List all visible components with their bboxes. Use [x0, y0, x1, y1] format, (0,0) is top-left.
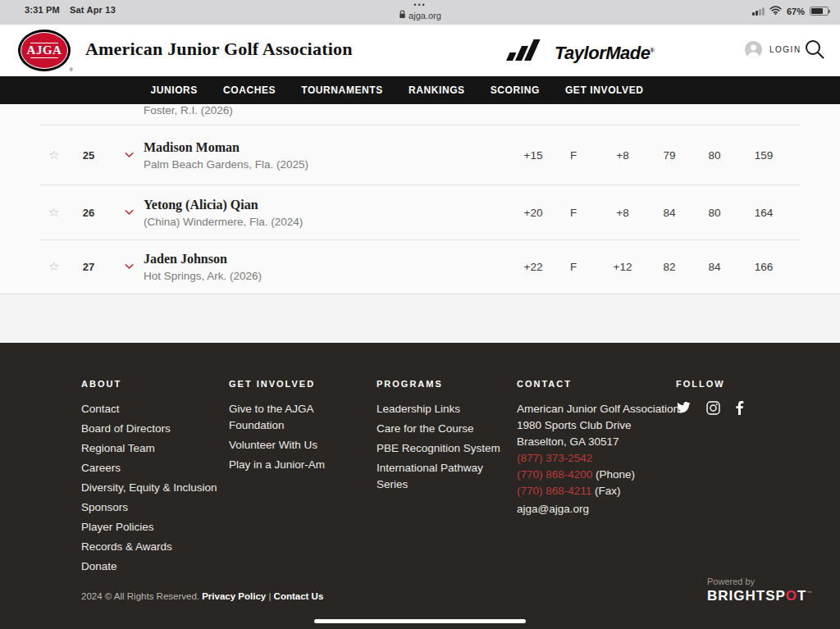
thru-cell: F: [570, 148, 577, 161]
contact-us-link[interactable]: Contact Us: [274, 591, 324, 601]
favorite-star-icon[interactable]: ☆: [48, 148, 59, 162]
player-location: Foster, R.I. (2026): [144, 104, 233, 116]
footer-link-board[interactable]: Board of Directors: [81, 421, 221, 437]
taylormade-reg: ®: [650, 48, 654, 53]
footer-link-dei[interactable]: Diversity, Equity & Inclusion: [81, 480, 221, 496]
table-row[interactable]: ☆ 25 Madison Moman Palm Beach Gardens, F…: [0, 125, 840, 185]
phone-suffix: (Phone): [592, 468, 635, 481]
footer-col-get-involved: GET INVOLVED Give to the AJGA Foundation…: [229, 379, 344, 476]
footer-link-care-course[interactable]: Care for the Course: [377, 421, 512, 437]
nav-scoring[interactable]: SCORING: [491, 84, 540, 96]
footer-link-pbe[interactable]: PBE Recognition System: [377, 440, 512, 457]
search-icon[interactable]: [804, 39, 825, 60]
to-par-cell: +20: [524, 206, 543, 218]
footer-link-international-pathway[interactable]: International Pathway Series: [377, 460, 512, 493]
total-score-cell: 166: [755, 261, 774, 273]
footer-link-junior-am[interactable]: Play in a Junior-Am: [229, 457, 344, 473]
player-name[interactable]: Madison Moman: [144, 139, 308, 154]
ajga-logo[interactable]: AJGA ®: [18, 30, 71, 71]
privacy-policy-link[interactable]: Privacy Policy: [202, 591, 266, 601]
footer-col-contact: CONTACT American Junior Golf Association…: [517, 379, 681, 517]
battery-icon: [810, 7, 829, 16]
chevron-down-icon[interactable]: [125, 264, 134, 270]
footer-heading-contact: CONTACT: [517, 379, 681, 389]
footer-link-volunteer[interactable]: Volunteer With Us: [229, 437, 344, 454]
address-bar[interactable]: ajga.org: [0, 10, 840, 21]
brightspot-logo: BRIGHTSPOT™: [707, 588, 812, 604]
footer-link-careers[interactable]: Careers: [81, 460, 221, 476]
player-location: Palm Beach Gardens, Fla. (2025): [144, 157, 308, 170]
footer-link-sponsors[interactable]: Sponsors: [81, 499, 221, 516]
footer-heading-programs: PROGRAMS: [377, 379, 512, 389]
footer-col-programs: PROGRAMS Leadership Links Care for the C…: [377, 379, 512, 496]
footer-link-give-foundation[interactable]: Give to the AJGA Foundation: [229, 401, 344, 434]
fax-link[interactable]: (770) 868-4211: [517, 485, 591, 497]
contact-address1: 1980 Sports Club Drive: [517, 417, 681, 434]
player-name[interactable]: Jaden Johnson: [144, 252, 262, 267]
rank-cell: 26: [75, 206, 102, 218]
footer-link-records-awards[interactable]: Records & Awards: [81, 539, 221, 555]
round-to-par-cell: +8: [616, 206, 628, 218]
footer-heading-get-involved: GET INVOLVED: [229, 379, 344, 389]
nav-tournaments[interactable]: TOURNAMENTS: [301, 84, 383, 96]
chevron-down-icon[interactable]: [125, 209, 134, 215]
user-avatar-icon: [745, 41, 762, 58]
lock-icon: [399, 10, 406, 21]
home-indicator-bar[interactable]: [314, 619, 526, 623]
nav-juniors[interactable]: JUNIORS: [150, 84, 198, 96]
facebook-icon[interactable]: [736, 401, 744, 415]
cellular-signal-icon: [752, 7, 765, 16]
footer-bottom-bar: 2024 © All Rights Reserved. Privacy Poli…: [81, 591, 323, 601]
twitter-icon[interactable]: [676, 402, 691, 414]
phone-link[interactable]: (770) 868-4200: [517, 468, 592, 481]
total-score-cell: 164: [755, 206, 774, 218]
row-divider: [39, 239, 801, 240]
wifi-icon: [769, 6, 782, 16]
chevron-down-icon[interactable]: [125, 152, 134, 157]
round2-score-cell: 80: [708, 206, 720, 218]
instagram-icon[interactable]: [706, 401, 720, 415]
table-row[interactable]: ☆ 27 Jaden Johnson Hot Springs, Ark. (20…: [0, 239, 840, 294]
registered-mark: ®: [70, 67, 73, 72]
table-row-partial: Foster, R.I. (2026): [0, 104, 840, 125]
round1-score-cell: 79: [663, 148, 675, 161]
site-title: American Junior Golf Association: [85, 39, 353, 60]
player-name[interactable]: Yetong (Alicia) Qian: [144, 197, 303, 212]
rank-cell: 25: [75, 148, 102, 161]
login-label: LOGIN: [769, 45, 801, 54]
favorite-star-icon[interactable]: ☆: [48, 259, 59, 274]
footer-link-contact[interactable]: Contact: [81, 401, 221, 417]
taylormade-logo[interactable]: TaylorMade®: [555, 43, 654, 64]
round2-score-cell: 84: [708, 261, 720, 273]
nav-coaches[interactable]: COACHES: [223, 84, 276, 96]
powered-by-label: Powered by: [707, 577, 812, 586]
nav-get-involved[interactable]: GET INVOLVED: [565, 84, 644, 96]
contact-address2: Braselton, GA 30517: [517, 434, 681, 450]
favorite-star-icon[interactable]: ☆: [48, 205, 59, 220]
nav-rankings[interactable]: RANKINGS: [409, 84, 465, 96]
player-info: Madison Moman Palm Beach Gardens, Fla. (…: [144, 139, 308, 170]
to-par-cell: +22: [524, 261, 543, 273]
footer-link-regional-team[interactable]: Regional Team: [81, 440, 221, 457]
footer-link-player-policies[interactable]: Player Policies: [81, 519, 221, 536]
logo-rule-bottom: [30, 57, 58, 58]
table-row[interactable]: ☆ 26 Yetong (Alicia) Qian (China) Winder…: [0, 185, 840, 239]
adidas-logo[interactable]: [506, 39, 539, 61]
email-link[interactable]: ajga@ajga.org: [517, 501, 681, 517]
to-par-cell: +15: [524, 148, 543, 161]
main-nav: JUNIORS COACHES TOURNAMENTS RANKINGS SCO…: [0, 76, 840, 104]
round1-score-cell: 82: [663, 261, 675, 273]
footer-link-leadership-links[interactable]: Leadership Links: [377, 401, 512, 417]
site-header: AJGA ® American Junior Golf Association …: [0, 25, 840, 76]
contact-org: American Junior Golf Association: [517, 401, 681, 417]
player-info: Jaden Johnson Hot Springs, Ark. (2026): [144, 252, 262, 282]
footer-link-donate[interactable]: Donate: [81, 558, 221, 575]
ipad-status-bar: 3:31 PMSat Apr 13 ••• ajga.org 67%: [0, 0, 840, 25]
total-score-cell: 159: [755, 148, 774, 161]
login-button[interactable]: LOGIN: [745, 41, 801, 58]
phone-tollfree-link[interactable]: (877) 373-2542: [517, 452, 592, 464]
player-location: (China) Windermere, Fla. (2024): [144, 215, 303, 227]
powered-by-block[interactable]: Powered by BRIGHTSPOT™: [707, 577, 812, 604]
tab-options-dots[interactable]: •••: [0, 2, 840, 8]
site-footer: ABOUT Contact Board of Directors Regiona…: [0, 343, 840, 629]
